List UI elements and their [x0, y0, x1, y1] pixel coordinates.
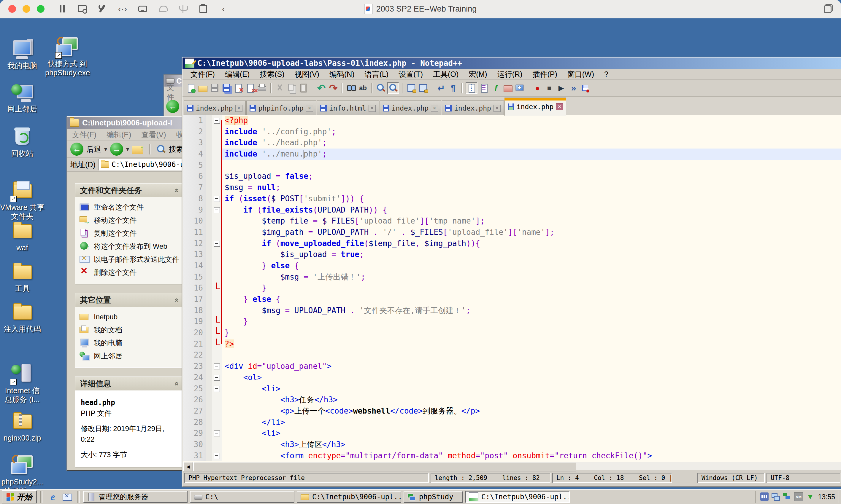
- fold-margin[interactable]: [212, 428, 222, 439]
- fold-margin[interactable]: [212, 193, 222, 204]
- window-copy-icon[interactable]: [823, 3, 833, 14]
- tab-close-icon[interactable]: ×: [235, 105, 242, 112]
- collapse-chevron-icon[interactable]: »: [171, 381, 181, 386]
- phpstudy-task[interactable]: phpStudy: [404, 491, 463, 503]
- iis-shortcut[interactable]: ↗Internet 信息服务 (I...: [0, 364, 45, 404]
- tab-close-icon[interactable]: ×: [494, 105, 501, 112]
- vmware-shared-folders[interactable]: ↗VMware 共享文件夹: [0, 181, 45, 220]
- manage-server-task[interactable]: 管理您的服务器: [83, 491, 188, 503]
- fold-collapse-icon[interactable]: [214, 241, 220, 247]
- task-link[interactable]: 我的电脑: [80, 337, 181, 349]
- paste-icon[interactable]: [298, 83, 309, 93]
- scrollbar-thumb[interactable]: [193, 462, 576, 471]
- fold-margin[interactable]: [212, 272, 222, 283]
- tab-close-icon[interactable]: ×: [368, 105, 376, 112]
- other-places-header[interactable]: 其它位置»: [75, 293, 183, 307]
- task-link[interactable]: 我的文档: [80, 323, 181, 337]
- save-macro-icon[interactable]: [580, 83, 590, 93]
- notepad-menu-4[interactable]: 编码(N): [324, 69, 360, 79]
- explorer-menu-0[interactable]: 文件(F): [72, 130, 97, 140]
- internet-explorer-icon[interactable]: e: [48, 492, 58, 502]
- tab-close-icon[interactable]: ×: [556, 103, 563, 110]
- notepad-menu-12[interactable]: ?: [599, 70, 613, 78]
- fold-collapse-icon[interactable]: [214, 363, 220, 370]
- tab-index-php-3[interactable]: index.php×: [380, 101, 442, 115]
- fold-margin[interactable]: [212, 361, 222, 372]
- tab-index-php-0[interactable]: index.php×: [184, 101, 246, 115]
- fold-margin[interactable]: [212, 339, 222, 350]
- fold-collapse-icon[interactable]: [214, 453, 220, 459]
- fold-margin[interactable]: [212, 450, 222, 462]
- horizontal-scrollbar[interactable]: ◀: [183, 462, 841, 470]
- record-macro-icon[interactable]: ●: [532, 83, 543, 93]
- explorer-titlebar[interactable]: C:\Inetpub\9006-upload-l: [67, 117, 190, 129]
- open-file-icon[interactable]: [198, 83, 208, 93]
- fold-margin[interactable]: [212, 115, 222, 126]
- notepad-menu-6[interactable]: 设置(T): [394, 69, 428, 79]
- fold-margin[interactable]: [212, 294, 222, 305]
- explorer-task[interactable]: C:\Inetpub\9006-upl...: [297, 491, 401, 503]
- indent-guide-icon[interactable]: [466, 82, 478, 94]
- nginx-zip[interactable]: nginx00.zip: [0, 412, 45, 442]
- zoom-out-icon[interactable]: [387, 82, 399, 94]
- usb-icon[interactable]: [177, 3, 189, 15]
- explorer-menu-2[interactable]: 查看(V): [141, 130, 166, 140]
- chevron-left-icon[interactable]: ‹: [218, 3, 229, 15]
- phpstudy-tray-icon[interactable]: [783, 492, 791, 501]
- cut-icon[interactable]: [274, 83, 285, 93]
- print-icon[interactable]: [257, 83, 268, 93]
- fold-margin[interactable]: [212, 383, 222, 395]
- fold-collapse-icon[interactable]: [214, 196, 220, 202]
- snapshot-icon[interactable]: [76, 3, 88, 15]
- fold-margin[interactable]: [212, 216, 222, 227]
- close-traffic-light[interactable]: [8, 5, 16, 13]
- waf-folder[interactable]: waf: [0, 221, 45, 252]
- clipboard-icon[interactable]: [198, 3, 209, 15]
- notepad-titlebar[interactable]: C:\Inetpub\9006-upload-labs\Pass-01\inde…: [183, 57, 841, 69]
- word-wrap-icon[interactable]: ↵: [436, 83, 447, 93]
- collapse-chevron-icon[interactable]: »: [171, 298, 181, 302]
- view-monitor-icon[interactable]: [514, 83, 525, 93]
- fold-collapse-icon[interactable]: [214, 118, 220, 124]
- fold-margin[interactable]: [212, 439, 222, 450]
- fold-margin[interactable]: [212, 249, 222, 260]
- menu-file[interactable]: 文件: [167, 83, 181, 102]
- tab-info-html-2[interactable]: info.html×: [317, 101, 379, 115]
- save-icon[interactable]: [209, 83, 220, 93]
- c-drive-task[interactable]: C:\: [190, 491, 294, 503]
- play-macro-icon[interactable]: ▶: [556, 83, 567, 93]
- back-dropdown-icon[interactable]: ▾: [104, 146, 107, 153]
- minimize-traffic-light[interactable]: [22, 5, 30, 13]
- fold-collapse-icon[interactable]: [214, 431, 220, 436]
- file-tasks-header[interactable]: 文件和文件夹任务»: [75, 183, 183, 197]
- forward-dropdown-icon[interactable]: ▾: [126, 146, 129, 153]
- task-link[interactable]: 以电子邮件形式发送此文件: [80, 253, 181, 266]
- task-link[interactable]: 删除这个文件: [80, 266, 181, 279]
- inject-code-folder[interactable]: 注入用代码: [0, 302, 45, 333]
- notepad-task[interactable]: C:\Inetpub\9006-upl...: [465, 491, 570, 503]
- address-input[interactable]: C:\Inetpub\9006-uplo: [99, 159, 188, 170]
- fold-margin[interactable]: [212, 327, 222, 339]
- fold-margin[interactable]: [212, 372, 222, 383]
- task-link[interactable]: 将这个文件发布到 Web: [80, 240, 181, 253]
- find-icon[interactable]: [346, 83, 356, 93]
- close-all-icon[interactable]: [245, 83, 256, 93]
- fold-margin[interactable]: [212, 204, 222, 216]
- tab-close-icon[interactable]: ×: [306, 105, 313, 112]
- sync-h-icon[interactable]: [418, 83, 429, 93]
- undo-icon[interactable]: ↶: [316, 83, 327, 93]
- fold-margin[interactable]: [212, 305, 222, 316]
- tab-close-icon[interactable]: ×: [431, 105, 438, 112]
- close-icon[interactable]: [233, 83, 244, 93]
- task-link[interactable]: 复制这个文件: [80, 227, 181, 240]
- camera-icon[interactable]: [157, 3, 169, 15]
- code-editor[interactable]: 1<?php2include '../config.php';3include …: [183, 115, 841, 462]
- fold-margin[interactable]: [212, 349, 222, 361]
- task-link[interactable]: 网上邻居: [80, 349, 181, 363]
- save-all-icon[interactable]: [221, 83, 232, 93]
- fold-collapse-icon[interactable]: [214, 207, 220, 213]
- tab-index-php-5[interactable]: index.php×: [504, 97, 567, 115]
- redo-icon[interactable]: ↷: [328, 83, 339, 93]
- notepad-menu-11[interactable]: 窗口(W): [562, 69, 599, 79]
- search-label[interactable]: 搜索: [169, 144, 184, 154]
